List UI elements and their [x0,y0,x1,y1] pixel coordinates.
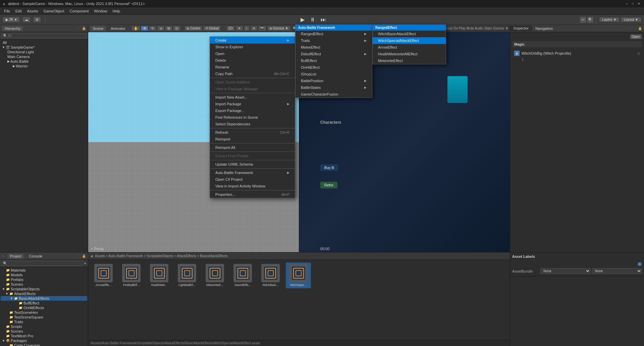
ctx-item-view-import-activity[interactable]: View in Import Activity Window [210,183,295,189]
hierarchy-options-icon[interactable]: ⋮ [76,26,80,30]
ranged-item-meteoriteeffect[interactable]: MeteoriteEffect [373,57,446,64]
account-button[interactable]: ◉ JR ▼ [3,17,20,22]
search-button[interactable]: 🔍 [587,17,593,23]
asset-item-witchbasiceffect[interactable]: WitchBasi... [258,263,283,288]
asset-item-swordeffect[interactable]: SwordEffe... [230,263,255,288]
ranged-item-healthmeteorite[interactable]: HealthMeteoriteAllEffect [373,51,446,57]
2d-btn[interactable]: 2D [226,26,235,31]
gizmos-game-btn[interactable]: Gizmos ▼ [493,26,508,30]
submenu-item-onhiteffect[interactable]: OnHitEffect [296,64,372,71]
maximize-button[interactable]: □ [631,1,635,6]
ctx-item-reimport[interactable]: Reimport [210,136,295,142]
ctx-item-open-csharp-project[interactable]: Open C# Project [210,176,295,183]
tree-item-models[interactable]: 📁 Models [1,273,87,277]
layout-dropdown[interactable]: Layout ▼ [621,17,641,22]
project-options-icon[interactable]: ⋮ [76,254,80,258]
tab-scene[interactable]: Scene [90,26,106,31]
hierarchy-item-dirlight[interactable]: Directional Light [1,50,87,54]
tree-item-scenes[interactable]: 📁 Scenes [1,282,87,287]
minimize-button[interactable]: ─ [625,1,629,6]
layers-dropdown[interactable]: Layers ▼ [599,17,620,22]
menu-component[interactable]: Component [67,8,91,14]
asset-item-healthmeteorite[interactable]: HealthMet... [147,263,172,288]
mute-audio-btn[interactable]: Mute Audio [467,26,483,30]
move-tool-btn[interactable]: ✥ [141,26,148,31]
hierarchy-item-autobattle[interactable]: ▶ Auto-Battle [1,59,87,64]
hierarchy-item-samplegame[interactable]: ▼ 🎬 SampleGame* [1,45,87,50]
tree-item-attackeffects[interactable]: ▼ 📁 AttackEffects [1,291,87,296]
ranged-item-arroweffect[interactable]: ArrowEffect [373,44,446,51]
menu-edit[interactable]: Edit [13,8,24,14]
submenu-item-debuffeffect[interactable]: DebuffEffect ▶ [296,51,372,57]
hierarchy-item-warrior[interactable]: ▶ Warrior [1,64,87,68]
tree-item-testscenessquare[interactable]: 📁 TestSceneSquare [1,315,87,320]
tree-item-testscenehex[interactable]: 📁 TestSceneHex [1,310,87,315]
ctx-item-select-dependencies[interactable]: Select Dependencies [210,121,295,127]
ctx-item-refresh[interactable]: Refresh Ctrl+R [210,129,295,136]
lighting-btn[interactable]: ☀ [236,26,243,31]
add-button[interactable]: + [2,254,4,258]
ranged-item-witchspecial[interactable]: WitchSpecialAttackEffect [373,37,446,44]
tree-item-onhiteffects[interactable]: 📁 OnHitEffects [1,305,87,310]
submenu-item-rangedeffect[interactable]: RangedEffect ▶ [296,31,372,37]
ctx-item-properties[interactable]: Properties... Alt+P [210,191,295,198]
global-btn[interactable]: ↺ Global [203,26,221,31]
project-lock-icon[interactable]: 🔒 [82,254,86,258]
close-button[interactable]: ✕ [637,1,641,6]
hierarchy-lock-icon[interactable]: 🔒 [82,26,86,30]
ctx-item-create[interactable]: Create ▶ [210,37,295,44]
ctx-item-export-package[interactable]: Export Package... [210,107,295,114]
tab-project[interactable]: Project [7,253,24,259]
ctx-item-reimport-all[interactable]: Reimport All [210,144,295,151]
game-refresh-btn[interactable]: Refre [320,182,337,188]
witch-orb-options-icon[interactable]: ⊙ [637,52,640,55]
tab-animator[interactable]: Animator [108,26,128,31]
tree-item-packages[interactable]: ▼ 📦 Packages [1,338,87,343]
ctx-item-import-new-asset[interactable]: Import New Asset... [210,94,295,101]
tree-item-prefabs[interactable]: 📁 Prefabs [1,277,87,282]
transform-tool-btn[interactable]: ⊡ [173,26,180,31]
asset-labels-toggle-icon[interactable]: ◉ [637,261,642,267]
pause-button[interactable]: ⏸ [308,16,317,23]
tree-item-textmeshpro[interactable]: 📁 TextMesh Pro [1,334,87,338]
settings-button[interactable]: ⚙ [33,17,41,22]
tab-hierarchy[interactable]: Hierarchy [2,26,23,31]
tree-item-codecoverage[interactable]: 📁 Code Coverage [1,343,87,346]
tree-item-materials[interactable]: 📁 Materials [1,268,87,273]
ctx-item-rename[interactable]: Rename [210,64,295,70]
hierarchy-search-input[interactable] [1,33,87,38]
project-favorites-icon[interactable]: ★ [84,262,87,265]
tree-item-scriptableobjects[interactable]: ▼ 📁 ScriptableObjects [1,287,87,291]
step-button[interactable]: ⏭ [319,16,328,23]
asset-item-fireballeffect[interactable]: FireBallEff... [119,263,144,288]
rect-tool-btn[interactable]: ⊞ [165,26,172,31]
undo-history-button[interactable]: ↩ [580,17,586,23]
hand-tool-btn[interactable]: ✋ [131,26,140,31]
hierarchy-item-camera[interactable]: Main Camera [1,54,87,59]
asset-item-witchspecialeffect[interactable]: WitchSpec... [286,263,311,288]
submenu-item-meleeeffect[interactable]: MeleeEffect [296,44,372,51]
asset-bundle-variant-select[interactable]: None [592,268,642,274]
ctx-item-open[interactable]: Open [210,50,295,57]
asset-bundle-select[interactable]: None [540,268,591,274]
submenu-item-buffeffect[interactable]: BuffEffect [296,57,372,64]
ctx-item-import-package[interactable]: Import Package ▶ [210,101,295,107]
tree-item-traits[interactable]: 📁 Traits [1,320,87,324]
menu-window[interactable]: Window [91,8,110,14]
inspector-lock-icon[interactable]: 🔒 [636,26,644,31]
back-arrow-icon[interactable]: ◀ [90,254,93,258]
submenu-item-gamecharacterfusion[interactable]: GameCharacterFusion [296,91,372,98]
ctx-item-copy-path[interactable]: Copy Path Alt+Ctrl+C [210,70,295,77]
tree-item-basicattackeffects[interactable]: ▼ 📁 BasicAttackEffects [1,296,87,301]
rotate-tool-btn[interactable]: ↻ [149,26,156,31]
submenu-item-ishoplist[interactable]: IShopList [296,71,372,77]
submenu-item-traits[interactable]: Traits ▶ [296,37,372,44]
asset-item-lightballeffect[interactable]: LightBallEf... [174,263,200,288]
tree-item-scripts[interactable]: 📁 Scripts [1,324,87,329]
menu-assets[interactable]: Assets [24,8,41,14]
tree-item-buffeffect[interactable]: 📁 BuffEffect [1,301,87,305]
cloud-button[interactable]: ☁ [22,17,31,22]
menu-help[interactable]: Help [110,8,123,14]
asset-item-meteoriteeffect[interactable]: MeteoriteE... [202,263,227,288]
scene-camera-btn[interactable]: 📷 [258,26,266,31]
